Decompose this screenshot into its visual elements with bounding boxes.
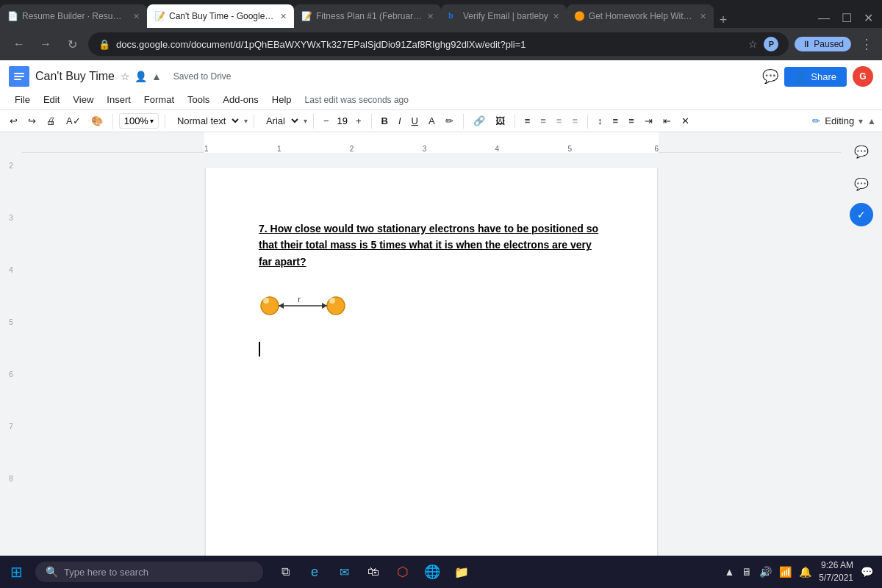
battery-icon[interactable]: 🔔	[799, 566, 811, 578]
doc-outer: 1 1 2 3 4 5 6 7. How close would two sta…	[22, 132, 841, 588]
justify-button[interactable]: ≡	[568, 113, 581, 129]
docs-title-row: Can't Buy Time ☆ 👤 ▲ Saved to Drive 💬 👤 …	[9, 66, 873, 90]
minimize-button[interactable]: —	[818, 12, 830, 25]
browser-menu-button[interactable]: ⋮	[860, 36, 873, 52]
underline-button[interactable]: U	[408, 113, 422, 129]
ms-store-icon: 🛍	[368, 565, 379, 578]
font-size-increase[interactable]: +	[352, 113, 365, 129]
mail-icon[interactable]: ✉	[331, 559, 357, 585]
edge-icon[interactable]: e	[301, 559, 328, 585]
comment-button[interactable]: 💬	[762, 68, 778, 85]
redo-button[interactable]: ↪	[24, 113, 40, 129]
tab-resume-builder[interactable]: 📄 Resume Builder · Resume.io ✕	[0, 4, 147, 28]
profile-icon-button[interactable]: P	[764, 37, 778, 51]
highlight-button[interactable]: ✏	[442, 113, 457, 129]
url-bar[interactable]: 🔒 docs.google.com/document/d/1pQhEBaWXYW…	[88, 32, 789, 56]
volume-icon[interactable]: 🔊	[759, 566, 772, 578]
file-explorer-icon: 📁	[454, 565, 469, 579]
task-view-button[interactable]: ⧉	[272, 559, 298, 585]
docs-header-right: 💬 👤 Share G	[762, 66, 873, 87]
share-button[interactable]: 👤 Share	[784, 67, 847, 87]
taskbar-right: ▲ 🖥 🔊 📶 🔔 9:26 AM 5/7/2021 💬	[724, 559, 882, 584]
editing-badge: ✏ Editing ▾ ▲	[812, 115, 876, 126]
forward-button[interactable]: →	[35, 34, 56, 54]
new-tab-button[interactable]: +	[714, 12, 734, 28]
outdent-button[interactable]: ⇤	[659, 113, 675, 129]
chrome-icon[interactable]: 🌐	[419, 559, 445, 585]
align-left-button[interactable]: ≡	[521, 113, 534, 129]
tab-close-3[interactable]: ✕	[427, 12, 434, 21]
close-button[interactable]: ✕	[864, 11, 873, 25]
sidebar-comment-button[interactable]: 💬	[848, 138, 875, 165]
tab-fitness-plan[interactable]: 📝 Fitness Plan #1 (February. 21… ✕	[294, 4, 441, 28]
menu-addons[interactable]: Add-ons	[217, 91, 264, 108]
tab-close-1[interactable]: ✕	[133, 12, 140, 21]
explorer-icon[interactable]: 📁	[448, 559, 475, 585]
sidebar-circle-button[interactable]: ✓	[850, 203, 873, 226]
link-button[interactable]: 🔗	[470, 113, 489, 129]
tab-bar: 📄 Resume Builder · Resume.io ✕ 📝 Can't B…	[0, 0, 882, 28]
menu-help[interactable]: Help	[266, 91, 298, 108]
user-avatar[interactable]: G	[853, 66, 873, 87]
paint-format-button[interactable]: 🎨	[87, 113, 107, 129]
office-icon[interactable]: ⬡	[390, 559, 416, 585]
list-button[interactable]: ≡	[609, 113, 623, 129]
show-desktop-button[interactable]: ▲	[724, 566, 734, 578]
align-right-button[interactable]: ≡	[553, 113, 566, 129]
wifi-icon[interactable]: 📶	[779, 566, 792, 578]
bold-button[interactable]: B	[378, 113, 392, 129]
print-button[interactable]: 🖨	[43, 113, 60, 129]
line-spacing-button[interactable]: ↕	[594, 113, 606, 129]
tab-cant-buy-time[interactable]: 📝 Can't Buy Time - Google Doc… ✕	[147, 4, 294, 28]
text-color-button[interactable]: A	[425, 113, 439, 129]
zoom-control[interactable]: 100% ▾	[119, 113, 159, 129]
font-size-decrease[interactable]: −	[320, 113, 333, 129]
editing-chevron[interactable]: ▾	[858, 116, 863, 126]
reload-button[interactable]: ↻	[62, 34, 82, 54]
undo-button[interactable]: ↩	[6, 113, 21, 129]
svg-point-3	[329, 298, 335, 304]
start-button[interactable]: ⊞	[0, 556, 32, 588]
maximize-button[interactable]: ☐	[842, 11, 852, 25]
clear-format-button[interactable]: ✕	[678, 113, 693, 129]
back-button[interactable]: ←	[9, 34, 29, 54]
people-icon[interactable]: 👤	[135, 71, 147, 82]
text-style-select[interactable]: Normal text	[171, 113, 241, 129]
network-icon[interactable]: 🖥	[742, 566, 752, 578]
sidebar-chat-button[interactable]: 💬	[848, 171, 875, 197]
tab-close-2[interactable]: ✕	[280, 12, 287, 21]
taskbar-icons: ⧉ e ✉ 🛍 ⬡ 🌐 📁	[272, 559, 475, 585]
menu-edit[interactable]: Edit	[37, 91, 65, 108]
image-button[interactable]: 🖼	[492, 113, 509, 129]
toolbar-chevron-up[interactable]: ▲	[867, 116, 876, 126]
font-select[interactable]: Arial	[260, 113, 301, 129]
tab-close-4[interactable]: ✕	[553, 12, 559, 21]
store-icon[interactable]: 🛍	[360, 559, 387, 585]
indent-button[interactable]: ⇥	[641, 113, 656, 129]
tab-bartleby[interactable]: b Verify Email | bartleby ✕	[441, 4, 567, 28]
menu-insert[interactable]: Insert	[101, 91, 137, 108]
doc-title[interactable]: Can't Buy Time	[35, 70, 115, 83]
left-margin: 2 3 4 5 6 7 8	[0, 132, 22, 588]
notification-button[interactable]: 💬	[861, 566, 873, 578]
italic-button[interactable]: I	[395, 113, 405, 129]
menu-tools[interactable]: Tools	[182, 91, 215, 108]
tab-homework-help[interactable]: 🟠 Get Homework Help With Ch… ✕	[567, 4, 714, 28]
menu-format[interactable]: Format	[138, 91, 180, 108]
drive-icon[interactable]: ▲	[151, 71, 162, 82]
search-icon: 🔍	[46, 566, 58, 578]
taskbar-search[interactable]: 🔍 Type here to search	[35, 562, 263, 582]
doc-scroll-area[interactable]: 7. How close would two stationary electr…	[22, 153, 841, 588]
star-icon[interactable]: ☆	[121, 71, 130, 82]
numbered-list-button[interactable]: ≡	[625, 113, 638, 129]
task-view-icon: ⧉	[282, 565, 290, 578]
align-center-button[interactable]: ≡	[537, 113, 550, 129]
tab-close-5[interactable]: ✕	[700, 12, 706, 21]
electron-diagram-svg: r	[259, 287, 347, 324]
font-size-value[interactable]: 19	[334, 115, 351, 126]
menu-file[interactable]: File	[9, 91, 36, 108]
bookmark-button[interactable]: ☆	[748, 38, 758, 50]
taskbar-time[interactable]: 9:26 AM 5/7/2021	[819, 559, 853, 584]
menu-view[interactable]: View	[67, 91, 99, 108]
spellcheck-button[interactable]: A✓	[62, 113, 85, 129]
